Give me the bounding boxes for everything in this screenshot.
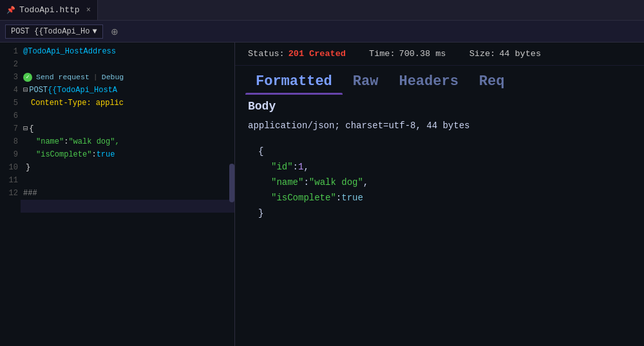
send-request-button[interactable]: Send request xyxy=(36,71,90,84)
toolbar: POST {{TodoApi_Ho ▼ ⊕ xyxy=(0,21,644,43)
pin-icon: 📌 xyxy=(6,6,15,14)
collapse-brace-icon: ⊟ xyxy=(23,122,28,135)
time-value: 700.38 ms xyxy=(399,49,446,59)
content-type-key: Content-Type: applic xyxy=(31,97,124,110)
line1-content: @TodoApi_HostAddress xyxy=(23,45,116,58)
collapse-icon: ⊟ xyxy=(23,84,28,97)
json-open-brace: { xyxy=(256,144,623,159)
editor-content: 1 2 3 4 5 6 7 8 9 10 11 12 @TodoApi_Host… xyxy=(0,43,234,346)
size-label: Size: xyxy=(469,49,496,59)
colon2: : xyxy=(91,148,96,161)
isComplete-value: true xyxy=(97,148,115,161)
response-tabs: Formatted Raw Headers Req xyxy=(235,66,644,95)
name-value: "walk dog", xyxy=(68,135,119,148)
debug-button[interactable]: Debug xyxy=(102,71,124,84)
sep2 xyxy=(452,49,462,59)
isComplete-key: "isComplete" xyxy=(36,148,91,161)
content-type-line: application/json; charset=utf-8, 44 byte… xyxy=(235,118,644,133)
url-text: {{TodoApi_HostA xyxy=(48,84,117,97)
main-area: 1 2 3 4 5 6 7 8 9 10 11 12 @TodoApi_Host… xyxy=(0,43,644,346)
divider: | xyxy=(93,71,98,84)
json-name-line: "name" : "walk dog" , xyxy=(256,175,623,190)
code-line-11: ### xyxy=(21,187,234,200)
code-line-6: ⊟ { xyxy=(21,122,234,135)
tab-req[interactable]: Req xyxy=(469,71,515,95)
code-line-12 xyxy=(21,200,234,213)
code-line-1: @TodoApi_HostAddress xyxy=(21,45,234,58)
sep1 xyxy=(352,49,363,59)
code-line-3: ⊟ POST {{TodoApi_HostA xyxy=(21,84,234,97)
file-tab[interactable]: 📌 TodoApi.http × xyxy=(0,0,98,20)
close-brace: } xyxy=(26,161,30,174)
json-close-brace: } xyxy=(256,206,623,221)
line-numbers: 1 2 3 4 5 6 7 8 9 10 11 12 xyxy=(0,43,21,346)
json-id-line: "id" : 1 , xyxy=(256,159,623,175)
tab-close-icon[interactable]: × xyxy=(86,6,91,15)
body-section: Body xyxy=(235,95,644,118)
title-bar: 📌 TodoApi.http × xyxy=(0,0,644,21)
tab-raw[interactable]: Raw xyxy=(343,71,389,95)
response-panel: Status: 201 Created Time: 700.38 ms Size… xyxy=(235,43,644,346)
separator: ### xyxy=(23,187,37,200)
code-line-4: Content-Type: applic xyxy=(21,97,234,110)
add-request-button[interactable]: ⊕ xyxy=(107,25,122,38)
editor-scrollbar[interactable] xyxy=(229,164,234,202)
json-isComplete-line: "isComplete" : true xyxy=(256,190,623,206)
tab-title: TodoApi.http xyxy=(19,5,80,15)
body-title: Body xyxy=(248,100,276,113)
status-label: Status: xyxy=(248,49,285,59)
check-icon: ✓ xyxy=(23,73,32,82)
code-editor[interactable]: @TodoApi_HostAddress ✓ Send request | De… xyxy=(21,43,234,346)
code-line-2 xyxy=(21,58,234,71)
method-keyword: POST xyxy=(29,84,48,97)
method-label: POST {{TodoApi_Ho xyxy=(11,27,90,36)
editor-panel: 1 2 3 4 5 6 7 8 9 10 11 12 @TodoApi_Host… xyxy=(0,43,235,346)
status-value: 201 Created xyxy=(289,49,346,59)
status-bar: Status: 201 Created Time: 700.38 ms Size… xyxy=(235,43,644,66)
name-key: "name" xyxy=(36,135,64,148)
plus-icon: ⊕ xyxy=(111,26,118,37)
time-label: Time: xyxy=(369,49,395,59)
size-value: 44 bytes xyxy=(499,49,541,59)
colon: : xyxy=(64,135,68,148)
code-line-5 xyxy=(21,110,234,122)
json-response: { "id" : 1 , "name" : "walk dog" , "isCo… xyxy=(235,133,644,346)
tab-headers[interactable]: Headers xyxy=(388,71,468,95)
code-line-8: "isComplete" : true xyxy=(21,148,234,161)
open-brace: { xyxy=(29,122,33,135)
content-type-text: application/json; charset=utf-8, 44 byte… xyxy=(248,120,469,131)
tab-formatted[interactable]: Formatted xyxy=(245,71,343,95)
code-line-send: ✓ Send request | Debug xyxy=(21,71,234,84)
chevron-down-icon: ▼ xyxy=(92,27,97,36)
code-line-9: } xyxy=(21,161,234,174)
code-line-10 xyxy=(21,174,234,187)
code-line-7: "name" : "walk dog", xyxy=(21,135,234,148)
method-dropdown[interactable]: POST {{TodoApi_Ho ▼ xyxy=(5,24,103,39)
